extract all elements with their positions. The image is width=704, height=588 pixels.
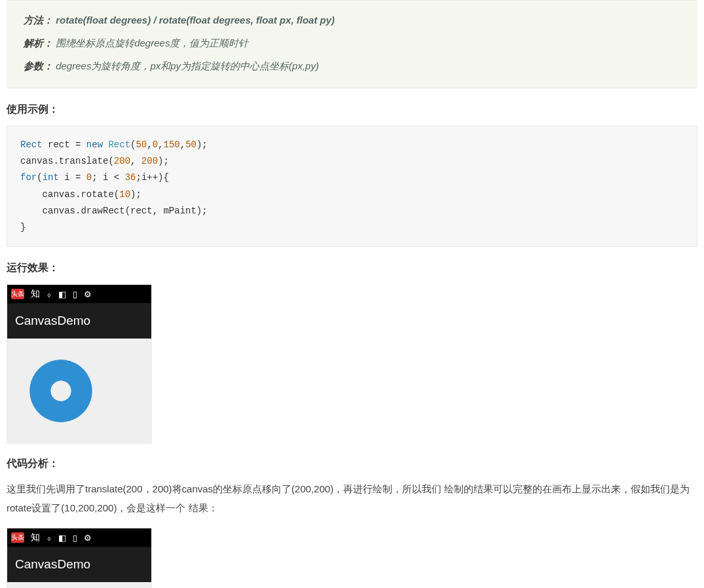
colon: ： <box>43 14 53 26</box>
method-name-2: rotate <box>159 14 187 26</box>
param-row: 参数： degrees为旋转角度，px和py为指定旋转的中心点坐标(px,py) <box>24 57 688 75</box>
phone-status-bar: 头条 知 ⬨ ◧ ▯ ⚙ <box>7 285 151 303</box>
desc-row: 解析： 围绕坐标原点旋转degrees度，值为正顺时针 <box>24 34 688 52</box>
code-block: Rect rect = new Rect(50,0,150,50); canva… <box>7 126 697 247</box>
phone-mock-1: 头条 知 ⬨ ◧ ▯ ⚙ CanvasDemo <box>7 284 152 444</box>
device-icon: ▯ <box>73 289 77 299</box>
android-icon: ⬨ <box>46 533 52 543</box>
notification-icon: ◧ <box>58 289 66 299</box>
gear-shape <box>15 345 107 437</box>
param-label: 参数 <box>24 60 43 71</box>
desc-label: 解析 <box>24 37 43 48</box>
gear-svg-icon <box>15 345 107 437</box>
param-text: degrees为旋转角度，px和py为指定旋转的中心点坐标(px,py) <box>56 60 319 71</box>
gear-shape-partial <box>15 585 107 588</box>
android-icon: ⬨ <box>46 289 52 299</box>
zhihu-icon: 知 <box>31 532 40 543</box>
phone-status-bar: 头条 知 ⬨ ◧ ▯ ⚙ <box>7 528 151 547</box>
phone-app-title: CanvasDemo <box>7 547 151 582</box>
bug-icon: ⚙ <box>84 533 92 543</box>
method-info-box: 方法： rotate(float degrees) / rotate(float… <box>7 0 697 88</box>
phone-canvas-area-partial <box>7 582 151 588</box>
analysis-paragraph: 这里我们先调用了translate(200，200)将canvas的坐标原点移向… <box>7 480 697 517</box>
news-badge-icon: 头条 <box>11 532 24 543</box>
method-row: 方法： rotate(float degrees) / rotate(float… <box>24 11 688 29</box>
notification-icon: ◧ <box>58 533 66 543</box>
desc-text: 围绕坐标原点旋转degrees度，值为正顺时针 <box>56 37 248 48</box>
phone-canvas-area <box>7 339 151 443</box>
method-sig-1: (float degrees) <box>83 14 151 26</box>
phone-app-title: CanvasDemo <box>7 303 151 339</box>
heading-usage: 使用示例： <box>7 103 697 117</box>
method-name-1: rotate <box>56 14 83 26</box>
method-sep: / <box>151 14 159 26</box>
device-icon: ▯ <box>73 533 77 543</box>
bug-icon: ⚙ <box>84 289 92 299</box>
colon: ： <box>43 37 53 48</box>
zhihu-icon: 知 <box>31 288 40 300</box>
svg-point-36 <box>52 382 70 400</box>
colon: ： <box>43 60 53 71</box>
heading-run: 运行效果： <box>7 261 697 275</box>
news-badge-icon: 头条 <box>11 289 24 299</box>
heading-analysis: 代码分析： <box>7 457 697 471</box>
method-sig-2: (float degrees, float px, float py) <box>186 14 335 26</box>
gear-svg-partial-icon <box>15 585 107 588</box>
method-label: 方法 <box>24 14 43 26</box>
phone-mock-2: 头条 知 ⬨ ◧ ▯ ⚙ CanvasDemo <box>7 528 152 588</box>
